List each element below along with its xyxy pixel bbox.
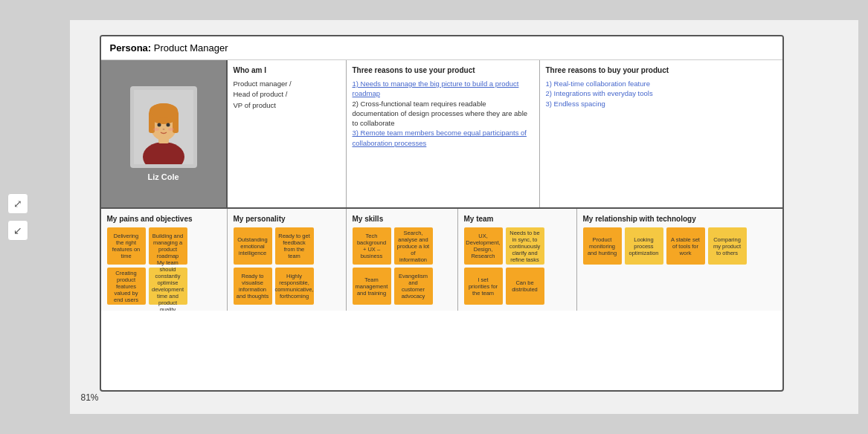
who-am-i-content: Product manager /Head of product /VP of … bbox=[234, 79, 340, 111]
skills-stickies: Tech background + UX – business Search, … bbox=[353, 227, 451, 305]
sticky-item: Ready to visualise information and thoug… bbox=[234, 268, 272, 305]
persona-cell: Liz Cole bbox=[101, 60, 228, 207]
sticky-item: Comparing my product to others bbox=[708, 227, 747, 265]
sticky-item: I set priorities for the team bbox=[464, 268, 503, 305]
relationship-stickies: Product monitoring and hunting Looking p… bbox=[583, 227, 777, 265]
sticky-item: Search, analyse and produce a lot of inf… bbox=[394, 227, 433, 265]
sticky-item: Can be distributed bbox=[506, 268, 544, 305]
collapse-icon: ↙ bbox=[13, 224, 22, 236]
sticky-item: Product monitoring and hunting bbox=[583, 227, 622, 265]
who-am-i-cell: Who am I Product manager /Head of produc… bbox=[228, 60, 347, 207]
sticky-item: Team management and training bbox=[353, 268, 391, 305]
three-reasons-use-content: 1) Needs to manage the big picture to bu… bbox=[353, 79, 533, 148]
skills-cell: My skills Tech background + UX – busines… bbox=[347, 209, 458, 311]
persona-label: Persona: bbox=[110, 42, 152, 54]
sticky-item: Tech background + UX – business bbox=[353, 227, 391, 265]
three-reasons-use-cell: Three reasons to use your product 1) Nee… bbox=[347, 60, 540, 207]
avatar-svg bbox=[134, 90, 193, 164]
persona-name: Liz Cole bbox=[147, 172, 179, 181]
svg-point-11 bbox=[153, 128, 159, 131]
sticky-item: Needs to be in sync, to continuously cla… bbox=[506, 227, 544, 265]
svg-point-10 bbox=[162, 129, 164, 130]
sticky-item: Looking process optimization bbox=[625, 227, 663, 265]
top-row: Liz Cole Who am I Product manager /Head … bbox=[101, 60, 782, 209]
pains-title: My pains and objectives bbox=[107, 215, 221, 223]
sticky-item: A stable set of tools for work bbox=[666, 227, 705, 265]
svg-point-12 bbox=[168, 128, 174, 131]
persona-avatar bbox=[130, 86, 197, 168]
sticky-item: UX, Development, Design, Research bbox=[464, 227, 503, 265]
svg-point-7 bbox=[150, 103, 178, 118]
svg-point-8 bbox=[157, 123, 161, 127]
board-frame: Persona: Product Manager bbox=[100, 35, 784, 392]
personality-title: My personality bbox=[234, 215, 340, 223]
team-cell: My team UX, Development, Design, Researc… bbox=[458, 209, 577, 311]
expand-icon: ⤢ bbox=[13, 198, 22, 210]
persona-title-value: Product Manager bbox=[154, 42, 228, 54]
side-controls: ⤢ ↙ bbox=[7, 193, 28, 241]
sticky-item: Delivering the right features on time bbox=[107, 227, 146, 265]
three-reasons-buy-title: Three reasons to buy your product bbox=[546, 66, 777, 74]
sticky-item: Ready to get feedback from the team bbox=[275, 227, 314, 265]
three-reasons-use-title: Three reasons to use your product bbox=[353, 66, 533, 74]
sticky-item: Creating product features valued by end … bbox=[107, 268, 146, 305]
personality-cell: My personality Outstanding emotional int… bbox=[228, 209, 347, 311]
bottom-row: My pains and objectives Delivering the r… bbox=[101, 209, 782, 311]
sticky-item: My team should constantly optimise devel… bbox=[149, 268, 187, 305]
three-reasons-buy-cell: Three reasons to buy your product 1) Rea… bbox=[540, 60, 782, 207]
board-grid: Liz Cole Who am I Product manager /Head … bbox=[101, 60, 782, 311]
sticky-item: Highly responsible, communicative, forth… bbox=[275, 268, 314, 305]
main-canvas: Persona: Product Manager bbox=[70, 20, 858, 414]
pains-stickies: Delivering the right features on time Bu… bbox=[107, 227, 221, 305]
collapse-button[interactable]: ↙ bbox=[7, 220, 28, 241]
expand-button[interactable]: ⤢ bbox=[7, 193, 28, 214]
who-am-i-title: Who am I bbox=[234, 66, 340, 74]
skills-title: My skills bbox=[353, 215, 451, 223]
relationship-cell: My relationship with technology Product … bbox=[577, 209, 782, 311]
team-title: My team bbox=[464, 215, 570, 223]
pains-cell: My pains and objectives Delivering the r… bbox=[101, 209, 228, 311]
sticky-item: Outstanding emotional intelligence bbox=[234, 227, 272, 265]
sticky-item: Evangelism and customer advocacy bbox=[394, 268, 433, 305]
personality-stickies: Outstanding emotional intelligence Ready… bbox=[234, 227, 340, 305]
team-stickies: UX, Development, Design, Research Needs … bbox=[464, 227, 570, 305]
three-reasons-buy-content: 1) Real-time collaboration feature 2) In… bbox=[546, 79, 777, 108]
board-header: Persona: Product Manager bbox=[101, 36, 782, 60]
relationship-title: My relationship with technology bbox=[583, 215, 777, 223]
zoom-label: 81% bbox=[81, 392, 99, 403]
svg-point-9 bbox=[166, 123, 170, 127]
